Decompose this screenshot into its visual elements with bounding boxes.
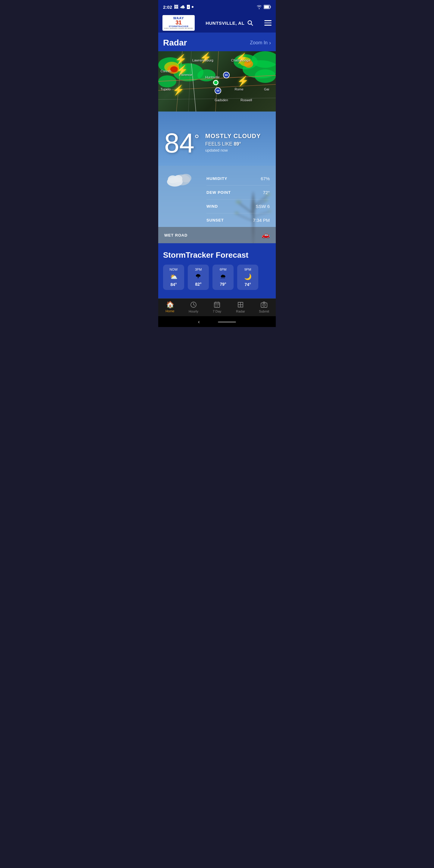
7day-label: 7 Day (213, 310, 221, 313)
hamburger-line-3 (264, 25, 272, 26)
forecast-time-4: 9PM (244, 268, 251, 271)
forecast-section: StormTracker Forecast NOW ⛅ 84° 3PM 🌩 82… (158, 243, 276, 299)
nav-radar[interactable]: Radar (231, 301, 250, 313)
sunset-row: SUNSET 7:34 PM (207, 213, 270, 227)
radar-nav-label: Radar (236, 310, 245, 313)
forecast-item-4[interactable]: 9PM 🌙 74° (237, 265, 258, 290)
nav-7day[interactable]: 7 Day (207, 301, 227, 313)
humidity-value: 67% (261, 176, 270, 181)
dew-point-label: DEW POINT (207, 190, 231, 195)
forecast-icon-4: 🌙 (244, 273, 252, 280)
sunset-value: 7:34 PM (253, 218, 270, 223)
hamburger-line-2 (264, 23, 272, 24)
zoom-in-label: Zoom In (250, 40, 268, 45)
temperature-display: 84° (164, 130, 199, 157)
wet-road-row: WET ROAD 🚗 (158, 227, 276, 243)
wet-road-label: WET ROAD (164, 233, 187, 238)
cloud-icon (164, 170, 191, 188)
bottom-navigation: 🏠 Home Hourly 7 Day Radar (158, 299, 276, 316)
radar-map[interactable]: Lawrenceburg Chattanooga Corinth Florenc… (158, 51, 276, 112)
weather-card: 84° MOSTLY CLOUDY FEELS LIKE 89° updated… (158, 112, 276, 243)
map-label-gai: Gai (264, 87, 269, 91)
calendar-icon (213, 301, 221, 308)
camera-icon (260, 301, 268, 308)
map-label-corinth: Corinth (161, 69, 171, 73)
highway-badge-59-south: 59 (215, 87, 221, 94)
weather-description: MOSTLY CLOUDY FEELS LIKE 89° updated now (205, 130, 261, 153)
app-header: WAAY 31 STORMTRACKER EARLY WARNING RADAR… (158, 13, 276, 33)
dew-point-row: DEW POINT 72° (207, 186, 270, 199)
forecast-item-2[interactable]: 3PM 🌩 82° (188, 265, 209, 290)
forecast-time-1: NOW (170, 268, 178, 271)
forecast-item-1[interactable]: NOW ⛅ 84° (163, 265, 184, 290)
dot-indicator (192, 6, 193, 8)
map-background: Lawrenceburg Chattanooga Corinth Florenc… (158, 51, 276, 112)
screen-icon: ▪ (187, 5, 190, 9)
map-label-gadsden: Gadsden (215, 98, 228, 102)
hamburger-line-1 (264, 20, 272, 21)
svg-line-11 (191, 63, 196, 112)
svg-line-10 (188, 51, 191, 112)
battery-icon (264, 5, 271, 9)
feels-like-display: FEELS LIKE 89° (205, 141, 261, 147)
radar-nav-icon (237, 301, 244, 308)
forecast-time-2: 3PM (195, 268, 202, 271)
condition-text: MOSTLY CLOUDY (205, 133, 261, 140)
forecast-item-3[interactable]: 6PM 🌧 79° (213, 265, 234, 290)
status-left: 2:02 🖼 ☁️ ▪ (163, 4, 193, 10)
hourly-icon (190, 301, 197, 308)
wet-road-icon: 🚗 (261, 231, 270, 239)
forecast-scroll[interactable]: NOW ⛅ 84° 3PM 🌩 82° 6PM 🌧 79° 9PM 🌙 74° (163, 265, 271, 292)
logo-number: 31 (176, 20, 182, 25)
degree-symbol: ° (194, 132, 199, 146)
menu-button[interactable] (264, 20, 272, 26)
wind-label: WIND (207, 204, 218, 209)
forecast-time-3: 6PM (220, 268, 227, 271)
lightning-bolt-4: ⚡ (173, 84, 184, 96)
photo-icon: 🖼 (174, 4, 178, 9)
sunset-label: SUNSET (207, 218, 224, 222)
feels-like-label: FEELS LIKE (205, 141, 232, 147)
highway-59-south-circle: 59 (215, 87, 221, 94)
weather-main: 84° MOSTLY CLOUDY FEELS LIKE 89° updated… (158, 112, 276, 166)
map-label-huntsville: Huntsville (205, 75, 220, 79)
location-dot (213, 80, 218, 85)
search-icon[interactable] (247, 20, 253, 26)
back-button[interactable]: ‹ (198, 319, 199, 324)
svg-rect-2 (264, 6, 269, 8)
time-display: 2:02 (163, 4, 172, 10)
wind-row: WIND SSW 6 (207, 199, 270, 213)
highway-badge-59-north: 59 (223, 72, 230, 79)
nav-submit[interactable]: Submit (254, 301, 274, 313)
logo-sub-text: EARLY WARNING RADAR NETWORK (164, 28, 193, 30)
humidity-label: HUMIDITY (207, 176, 227, 181)
map-label-roswell: Roswell (241, 98, 252, 102)
cloud-status-icon: ☁️ (180, 4, 185, 9)
feels-like-temp: 89° (234, 141, 241, 147)
temp-value: 84 (164, 128, 194, 158)
lightning-bolt-6: ⚡ (237, 75, 249, 87)
weather-detail-rows: HUMIDITY 67% DEW POINT 72° WIND SSW 6 SU… (207, 172, 270, 227)
nav-hourly[interactable]: Hourly (184, 301, 203, 313)
forecast-icon-2: 🌩 (195, 273, 201, 280)
forecast-title: StormTracker Forecast (163, 250, 271, 260)
nav-home[interactable]: 🏠 Home (160, 301, 180, 313)
forecast-temp-3: 79° (220, 282, 226, 287)
location-display[interactable]: HUNTSVILLE, AL (206, 20, 253, 26)
radar-section: Radar Zoom In › (158, 33, 276, 112)
forecast-temp-1: 84° (170, 282, 177, 287)
system-navigation: ‹ (158, 316, 276, 327)
highway-59-north-circle: 59 (223, 72, 230, 79)
home-pill[interactable] (218, 321, 236, 323)
app-logo[interactable]: WAAY 31 STORMTRACKER EARLY WARNING RADAR… (162, 15, 195, 30)
forecast-temp-2: 82° (195, 282, 201, 287)
updated-text: updated now (205, 148, 261, 153)
wifi-icon (256, 5, 262, 9)
map-label-rome: Rome (235, 87, 244, 91)
map-label-lawrenceburg: Lawrenceburg (192, 59, 213, 62)
status-bar: 2:02 🖼 ☁️ ▪ (158, 0, 276, 13)
submit-label: Submit (259, 310, 269, 313)
chevron-right-icon: › (269, 40, 271, 46)
zoom-in-button[interactable]: Zoom In › (250, 40, 271, 46)
home-icon: 🏠 (166, 301, 174, 308)
